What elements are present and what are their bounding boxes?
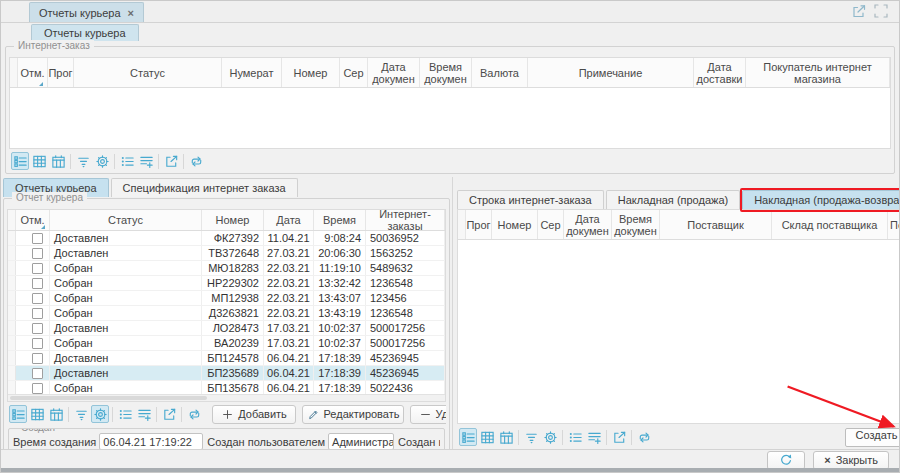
table-row[interactable]: ДоставленФК2739211.04.219:08:2450036952 <box>8 231 445 246</box>
open-external-icon[interactable] <box>160 405 178 423</box>
footer-bar: × Закрыть <box>1 449 899 470</box>
calendar-view-icon[interactable] <box>47 405 65 423</box>
numbered-list-icon[interactable] <box>116 405 134 423</box>
cell-time: 17:18:39 <box>314 381 366 394</box>
row-checkbox[interactable] <box>32 353 43 364</box>
grid-view-icon[interactable] <box>478 428 496 446</box>
fullscreen-icon[interactable] <box>873 3 889 19</box>
row-checkbox[interactable] <box>32 338 43 349</box>
table-row[interactable]: ДоставленТВ37264827.03.2120:06:301563252 <box>8 246 445 261</box>
numbered-list-icon[interactable] <box>118 152 136 170</box>
filter-icon[interactable] <box>72 405 90 423</box>
row-checkbox[interactable] <box>32 248 43 259</box>
column-header[interactable]: Поставщик <box>660 210 772 239</box>
list-view-icon[interactable] <box>11 152 29 170</box>
button-label: Добавить <box>238 408 287 420</box>
row-checkbox[interactable] <box>32 368 43 379</box>
column-header[interactable]: Дата докумен <box>368 58 420 87</box>
column-header[interactable]: Прог <box>466 210 492 239</box>
column-header[interactable]: Статус <box>50 210 202 230</box>
open-external-icon[interactable] <box>610 428 628 446</box>
row-checkbox[interactable] <box>32 293 43 304</box>
column-header[interactable]: Примечание <box>528 58 694 87</box>
column-header[interactable]: Отм. <box>16 210 50 230</box>
table-row[interactable]: СобранМЮ1828322.03.2111:19:105489632 <box>8 261 445 276</box>
main-tab-courier-reports[interactable]: Отчеты курьера × <box>29 2 144 22</box>
column-header[interactable]: Дата докумен <box>564 210 612 239</box>
column-header[interactable]: Время докумен <box>612 210 660 239</box>
refresh-icon[interactable] <box>187 152 205 170</box>
create-return-button[interactable]: Создать возврат <box>845 428 900 447</box>
add-to-list-icon[interactable] <box>135 405 153 423</box>
column-header[interactable]: Время <box>314 210 366 230</box>
refresh-icon[interactable] <box>185 405 203 423</box>
cell-time: 17:18:39 <box>314 351 366 365</box>
column-header[interactable]: Покупатель интернет магазина <box>746 58 890 87</box>
right-tab-1[interactable]: Накладная (продажа) <box>606 190 740 209</box>
column-header[interactable]: Сер <box>340 58 368 87</box>
column-header[interactable]: Прог <box>48 58 74 87</box>
grid-view-icon[interactable] <box>30 152 48 170</box>
row-checkbox[interactable] <box>32 308 43 319</box>
column-header[interactable]: Нумерат <box>222 58 282 87</box>
column-header[interactable]: Покупатель <box>888 210 900 239</box>
open-in-new-icon[interactable] <box>851 3 867 19</box>
table-row[interactable]: СобранНР22930222.03.2113:32:421236548 <box>8 276 445 291</box>
subtab-courier-reports[interactable]: Отчеты курьера <box>31 24 139 41</box>
column-header[interactable]: Интернет-заказы <box>366 210 445 230</box>
add-to-list-icon[interactable] <box>137 152 155 170</box>
table-row[interactable]: СобранБП13567806.04.2117:18:395022436 <box>8 381 445 394</box>
left-tab-1[interactable]: Спецификация интернет заказа <box>111 178 298 197</box>
refresh-icon[interactable] <box>635 428 653 446</box>
column-header[interactable]: Валюта <box>472 58 528 87</box>
column-header[interactable]: Статус <box>74 58 222 87</box>
filter-icon[interactable] <box>522 428 540 446</box>
table-row[interactable]: СобранД326382122.03.2113:43:191236548 <box>8 306 445 321</box>
table-row[interactable]: СобранВА2023917.03.2110:02:37500017256 <box>8 336 445 351</box>
horizontal-scrollbar[interactable] <box>8 394 445 401</box>
list-view-icon[interactable] <box>459 428 477 446</box>
table-row[interactable]: ДоставленБП23568906.04.2117:18:394523694… <box>8 366 445 381</box>
close-button[interactable]: × Закрыть <box>813 451 889 470</box>
numbered-list-icon[interactable] <box>566 428 584 446</box>
column-header[interactable]: Склад поставщика <box>772 210 888 239</box>
cell-status: Собран <box>50 336 202 350</box>
right-tab-0[interactable]: Строка интернет-заказа <box>457 190 604 209</box>
column-header[interactable]: Отм. <box>18 58 48 87</box>
grid-view-icon[interactable] <box>28 405 46 423</box>
calendar-view-icon[interactable] <box>497 428 515 446</box>
right-tab-2[interactable]: Накладная (продажа-возврат) <box>742 190 900 209</box>
row-checkbox[interactable] <box>32 263 43 274</box>
row-checkbox[interactable] <box>32 323 43 334</box>
settings-icon[interactable] <box>541 428 559 446</box>
row-checkbox[interactable] <box>32 383 43 394</box>
field-value[interactable]: Администра <box>328 433 394 450</box>
column-header[interactable]: Номер <box>492 210 538 239</box>
field-value[interactable]: 06.04.21 17:19:22 <box>99 433 203 450</box>
settings-icon[interactable] <box>93 152 111 170</box>
column-header[interactable]: Дата <box>264 210 314 230</box>
column-header[interactable]: Время докумен <box>420 58 472 87</box>
column-header[interactable]: Сер <box>538 210 564 239</box>
column-header[interactable]: Дата доставки <box>694 58 746 87</box>
row-checkbox[interactable] <box>32 278 43 289</box>
add-to-list-icon[interactable] <box>585 428 603 446</box>
row-checkbox[interactable] <box>32 233 43 244</box>
table-row[interactable]: СобранМП1293822.03.2113:43:07123456 <box>8 291 445 306</box>
filter-icon[interactable] <box>74 152 92 170</box>
settings-icon[interactable] <box>91 405 109 423</box>
close-tab-icon[interactable]: × <box>128 8 134 18</box>
column-header[interactable]: Номер <box>282 58 340 87</box>
delete-button[interactable]: Удалить <box>410 405 446 424</box>
open-external-icon[interactable] <box>162 152 180 170</box>
table-row[interactable]: ДоставленБП12457806.04.2117:18:394523694… <box>8 351 445 366</box>
row-state-cell <box>8 381 16 394</box>
list-view-icon[interactable] <box>9 405 27 423</box>
calendar-view-icon[interactable] <box>49 152 67 170</box>
table-row[interactable]: ДоставленЛО2847317.03.2110:02:3750001725… <box>8 321 445 336</box>
refresh-button[interactable] <box>767 451 805 470</box>
add-button[interactable]: Добавить <box>212 405 296 424</box>
edit-button[interactable]: Редактировать <box>302 405 404 424</box>
column-header[interactable]: Номер <box>202 210 264 230</box>
scrollbar-thumb[interactable] <box>10 396 207 400</box>
